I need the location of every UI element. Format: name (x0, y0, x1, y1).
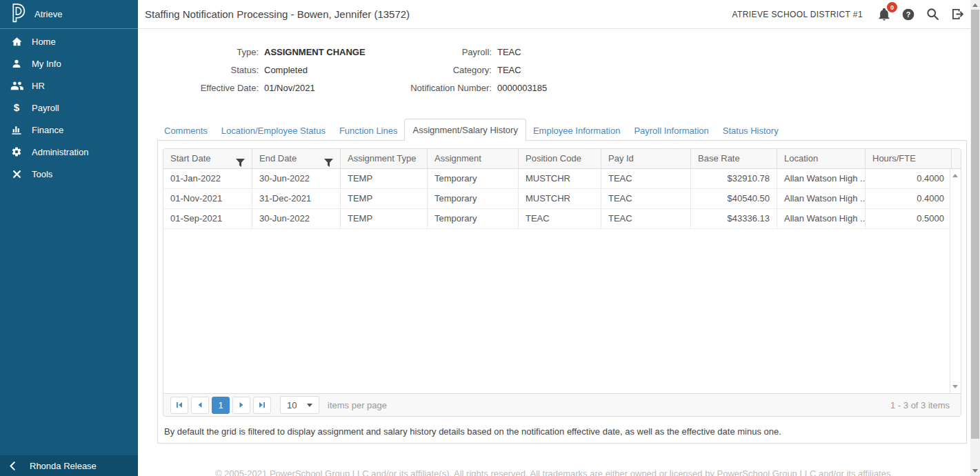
sidebar-item-label: Tools (32, 169, 52, 179)
page-size-select[interactable]: 10 (280, 396, 319, 414)
table-row[interactable]: 01-Jan-2022 30-Jun-2022 TEMP Temporary M… (163, 169, 961, 189)
cell-assignment: Temporary (427, 169, 518, 188)
people-icon (9, 80, 24, 91)
field-label: Notification Number: (390, 83, 492, 94)
cell-position-code: MUSTCHR (518, 169, 601, 188)
cell-location: Allan Watson High ... (777, 189, 865, 208)
cell-base-rate: $43336.13 (690, 209, 777, 228)
column-header-hours-fte[interactable]: Hours/FTE (865, 149, 951, 168)
filter-icon[interactable] (324, 155, 333, 168)
cell-location: Allan Watson High ... (777, 209, 865, 228)
column-header-assignment[interactable]: Assignment (427, 149, 518, 168)
tab-payroll-information[interactable]: Payroll Information (627, 121, 715, 140)
column-header-end-date[interactable]: End Date (252, 149, 340, 168)
chevron-left-icon (9, 461, 16, 471)
help-button[interactable]: ? (901, 8, 915, 21)
search-button[interactable] (926, 7, 940, 21)
sidebar-item-hr[interactable]: HR (0, 75, 138, 97)
items-per-page-label: items per page (328, 400, 387, 410)
sidebar-item-label: Finance (32, 125, 63, 135)
payroll-value: TEAC (497, 47, 521, 58)
cell-location: Allan Watson High ... (777, 169, 865, 188)
tab-comments[interactable]: Comments (157, 121, 214, 140)
column-header-assignment-type[interactable]: Assignment Type (340, 149, 427, 168)
sidebar-item-my-info[interactable]: My Info (0, 52, 138, 75)
status-value: Completed (264, 65, 308, 76)
grid-header: Start Date End Date Assignment Type Assi… (163, 149, 961, 169)
sidebar: Atrieve Home My Info HR $ Payroll (0, 0, 138, 476)
scroll-down-icon[interactable] (972, 469, 978, 473)
column-header-base-rate[interactable]: Base Rate (690, 149, 777, 168)
field-label: Type: (163, 47, 259, 58)
sidebar-item-label: Administration (32, 147, 88, 157)
cell-end-date: 30-Jun-2022 (252, 209, 340, 228)
page-title: Staffing Notification Processing - Bowen… (145, 8, 410, 20)
cell-start-date: 01-Sep-2021 (163, 209, 252, 228)
previous-page-icon (196, 401, 204, 409)
brand-label: Atrieve (34, 9, 62, 19)
previous-page-button[interactable] (191, 397, 209, 414)
tab-strip: Comments Location/Employee Status Functi… (157, 119, 980, 140)
scrollbar-thumb[interactable] (971, 10, 979, 439)
svg-text:?: ? (906, 10, 911, 18)
column-header-position-code[interactable]: Position Code (518, 149, 601, 168)
sidebar-item-payroll[interactable]: $ Payroll (0, 97, 138, 119)
last-page-button[interactable] (253, 397, 271, 414)
column-header-start-date[interactable]: Start Date (163, 149, 252, 168)
sidebar-item-home[interactable]: Home (0, 30, 138, 52)
cell-position-code: MUSTCHR (518, 189, 601, 208)
column-header-location[interactable]: Location (777, 149, 865, 168)
cell-assignment: Temporary (427, 209, 518, 228)
column-header-pay-id[interactable]: Pay Id (601, 149, 690, 168)
tab-assignment-salary-history[interactable]: Assignment/Salary History (404, 119, 526, 141)
notification-details: Type:ASSIGNMENT CHANGE Status:Completed … (138, 29, 980, 101)
next-page-icon (237, 401, 246, 409)
topbar: Staffing Notification Processing - Bowen… (138, 0, 980, 29)
window-scrollbar[interactable] (970, 0, 980, 476)
sidebar-collapse-bar[interactable]: Rhonda Release (0, 455, 138, 476)
pager-range-label: 1 - 3 of 3 items (890, 400, 954, 410)
grid-scrollbar[interactable] (950, 169, 961, 393)
scroll-down-icon[interactable] (952, 385, 958, 388)
tools-icon (9, 169, 24, 179)
tab-location-employee-status[interactable]: Location/Employee Status (214, 121, 332, 140)
notifications-button[interactable]: 0 (877, 7, 891, 21)
sidebar-item-administration[interactable]: Administration (0, 141, 138, 163)
filter-icon[interactable] (236, 155, 245, 168)
grid-filter-note: By default the grid is filtered to displ… (163, 417, 961, 437)
scroll-up-icon[interactable] (972, 3, 978, 7)
table-row[interactable]: 01-Nov-2021 31-Dec-2021 TEMP Temporary M… (163, 189, 961, 209)
cell-hours-fte: 0.5000 (865, 209, 951, 228)
person-icon (9, 58, 24, 69)
district-label: ATRIEVE SCHOOL DISTRICT #1 (732, 10, 863, 19)
cell-base-rate: $32910.78 (690, 169, 777, 188)
logout-button[interactable] (950, 7, 965, 21)
grid-header-filler (951, 149, 961, 168)
cell-position-code: TEAC (518, 209, 601, 228)
table-row[interactable]: 01-Sep-2021 30-Jun-2022 TEMP Temporary T… (163, 209, 961, 229)
cell-start-date: 01-Nov-2021 (163, 189, 252, 208)
help-icon: ? (901, 8, 915, 21)
tab-panel: Start Date End Date Assignment Type Assi… (157, 140, 967, 444)
cell-pay-id: TEAC (601, 189, 690, 208)
cell-assignment-type: TEMP (340, 169, 427, 188)
copyright-footer: © 2005-2021 PowerSchool Group LLC and/or… (138, 468, 980, 476)
sidebar-item-label: HR (32, 81, 45, 91)
brand[interactable]: Atrieve (0, 0, 138, 29)
tab-status-history[interactable]: Status History (716, 121, 786, 140)
sidebar-item-label: Payroll (32, 103, 59, 113)
cell-start-date: 01-Jan-2022 (163, 169, 252, 188)
next-page-button[interactable] (232, 397, 250, 414)
first-page-button[interactable] (170, 397, 188, 414)
page-1-button[interactable]: 1 (212, 397, 230, 414)
scroll-up-icon[interactable] (952, 174, 958, 177)
cell-assignment-type: TEMP (340, 189, 427, 208)
chevron-down-icon (307, 404, 312, 407)
sidebar-item-tools[interactable]: Tools (0, 163, 138, 185)
sidebar-item-finance[interactable]: Finance (0, 119, 138, 141)
search-icon (926, 7, 940, 21)
sidebar-item-label: Home (32, 37, 56, 47)
tab-function-lines[interactable]: Function Lines (332, 121, 405, 140)
tab-employee-information[interactable]: Employee Information (526, 121, 627, 140)
cell-pay-id: TEAC (601, 209, 690, 228)
